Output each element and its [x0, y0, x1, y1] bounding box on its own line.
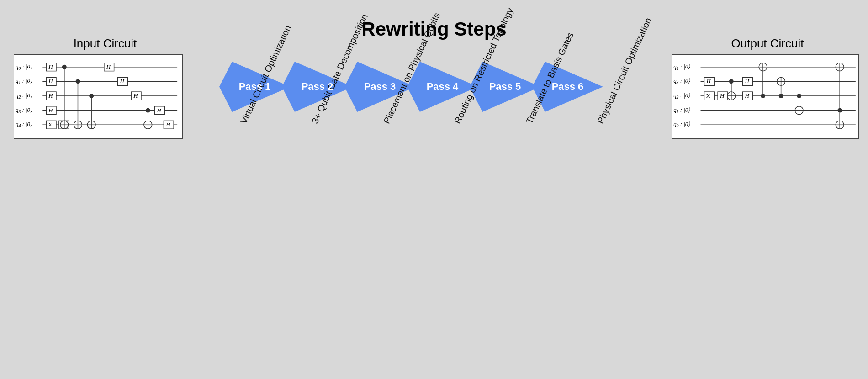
- output-circuit-diagram: q4 : |0⟩ q3 : |0⟩ q2 : |0⟩ q1 : |0⟩ q0 :…: [672, 54, 859, 139]
- svg-text:H: H: [165, 121, 170, 128]
- svg-text:q0 : |0⟩: q0 : |0⟩: [673, 121, 690, 128]
- svg-point-77: [729, 79, 734, 84]
- svg-point-86: [761, 94, 765, 98]
- svg-point-93: [797, 94, 801, 98]
- svg-text:H: H: [157, 107, 162, 114]
- input-circuit-diagram: q0 : |0⟩ q1 : |0⟩ q2 : |0⟩ q3 : |0⟩ q4 :…: [14, 54, 183, 139]
- svg-point-17: [76, 79, 80, 84]
- svg-text:H: H: [744, 93, 749, 99]
- svg-text:q2 : |0⟩: q2 : |0⟩: [673, 92, 690, 100]
- svg-text:q4 : |0⟩: q4 : |0⟩: [673, 63, 690, 71]
- output-circuit-container: Output Circuit q4 : |0⟩ q3 : |0⟩ q2 : |0…: [672, 37, 863, 139]
- output-circuit-label: Output Circuit: [672, 37, 863, 51]
- svg-text:q3 : |0⟩: q3 : |0⟩: [16, 107, 32, 114]
- svg-text:H: H: [48, 78, 53, 84]
- svg-text:q1 : |0⟩: q1 : |0⟩: [673, 107, 690, 114]
- svg-text:H: H: [744, 78, 749, 84]
- svg-text:H: H: [133, 93, 138, 99]
- svg-text:q3 : |0⟩: q3 : |0⟩: [673, 78, 690, 85]
- svg-text:H: H: [48, 93, 53, 99]
- svg-text:q4 : |0⟩: q4 : |0⟩: [16, 121, 32, 128]
- svg-text:q1 : |0⟩: q1 : |0⟩: [16, 78, 32, 85]
- svg-point-101: [837, 108, 842, 113]
- pass-description-6: Physical Circuit Optimization: [595, 16, 654, 125]
- svg-point-12: [62, 65, 67, 69]
- input-circuit-label: Input Circuit: [14, 37, 196, 51]
- svg-text:H: H: [48, 107, 53, 114]
- svg-text:H: H: [706, 78, 711, 84]
- svg-point-22: [89, 94, 94, 98]
- svg-point-88: [779, 94, 783, 98]
- svg-text:H: H: [48, 64, 53, 70]
- svg-text:q0 : |0⟩: q0 : |0⟩: [16, 63, 32, 71]
- svg-text:q2 : |0⟩: q2 : |0⟩: [16, 92, 32, 100]
- svg-text:X: X: [706, 93, 710, 99]
- svg-text:H: H: [106, 64, 111, 70]
- svg-text:X: X: [48, 121, 53, 128]
- svg-text:H: H: [119, 78, 124, 84]
- pass-labels-container: Virtual Circuit Optimization3+ Qubit Gat…: [206, 119, 617, 356]
- svg-text:H: H: [720, 93, 725, 99]
- input-circuit-container: Input Circuit q0 : |0⟩ q1 : |0⟩ q2 : |0⟩…: [14, 37, 196, 139]
- svg-point-27: [146, 108, 150, 113]
